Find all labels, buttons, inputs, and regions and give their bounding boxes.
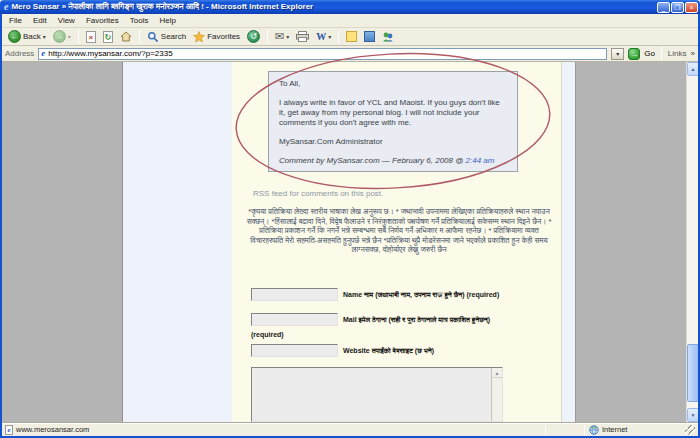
status-left-pane: e www.merosansar.com	[5, 425, 89, 435]
quote-meta: Comment by MySansar.com — February 6, 20…	[279, 156, 507, 166]
toolbar-separator	[139, 30, 140, 44]
back-button[interactable]: ← Back ▾	[6, 29, 48, 44]
address-label: Address	[5, 49, 34, 58]
scrollbar-thumb[interactable]	[687, 344, 698, 402]
edit-dropdown-caret-icon[interactable]: ▾	[328, 33, 331, 40]
favorites-label: Favorites	[207, 32, 240, 41]
toolbar-separator	[338, 30, 339, 44]
maximize-button[interactable]: ❐	[671, 2, 684, 13]
home-icon	[120, 31, 132, 42]
back-icon: ←	[8, 30, 21, 43]
messenger-icon	[382, 31, 394, 42]
history-icon: ↺	[247, 30, 260, 43]
website-label: Website तपाईंको वेबसाइट (छ भने)	[343, 346, 553, 355]
print-button[interactable]	[294, 30, 311, 43]
messenger-button[interactable]	[380, 30, 396, 43]
address-bar: Address e http://www.mysansar.com/?p=233…	[2, 46, 698, 62]
search-label: Search	[161, 32, 186, 41]
comment-quote-box: To All, I always write in favor of YCL a…	[268, 71, 518, 172]
mail-icon: ✉	[275, 30, 284, 43]
status-zone-pane: Internet	[589, 425, 679, 435]
media-button[interactable]	[362, 30, 377, 43]
media-icon	[364, 31, 375, 42]
comment-textarea[interactable]: ▲	[251, 367, 503, 422]
status-divider	[545, 425, 546, 435]
quote-time-link[interactable]: 2:44 am	[466, 156, 495, 165]
go-icon[interactable]: →	[628, 48, 640, 60]
menu-favorites[interactable]: Favorites	[86, 16, 119, 25]
edit-word-icon: W	[316, 31, 326, 42]
links-label[interactable]: Links	[668, 49, 687, 58]
quote-body: I always write in favor of YCL and Maois…	[279, 98, 507, 128]
minimize-button[interactable]: _	[657, 2, 670, 13]
status-url: www.merosansar.com	[16, 425, 89, 434]
comment-guidelines: *कृपया प्रतिक्रिया लेख्दा स्तरीय भाषाका …	[242, 207, 556, 255]
menu-file[interactable]: File	[9, 16, 22, 25]
search-button[interactable]: Search	[145, 30, 188, 44]
window-frame-left	[0, 14, 2, 438]
edit-button[interactable]: W ▾	[314, 30, 333, 43]
notes-icon	[346, 31, 357, 42]
page-left-column	[122, 62, 232, 422]
address-url: http://www.mysansar.com/?p=2335	[48, 49, 604, 58]
name-field[interactable]	[251, 288, 338, 301]
scroll-down-arrow-icon[interactable]: ▼	[687, 408, 698, 422]
page-right-strip	[561, 62, 576, 422]
rss-feed-link[interactable]: RSS feed for comments on this post.	[253, 189, 383, 198]
refresh-icon: ↻	[103, 31, 113, 43]
resize-grip[interactable]	[685, 425, 695, 435]
favorites-button[interactable]: Favorites	[191, 30, 242, 44]
page-viewport: To All, I always write in favor of YCL a…	[2, 62, 698, 422]
menu-bar: File Edit View Favorites Tools Help	[2, 14, 698, 28]
toolbar: ← Back ▾ → ▾ × ↻ Search	[2, 28, 698, 46]
toolbar-separator	[78, 30, 79, 44]
page-icon: e	[5, 425, 13, 435]
quote-signature: MySansar.Com Administrator	[279, 137, 507, 147]
status-bar: e www.merosansar.com Internet	[2, 422, 698, 436]
forward-icon: →	[53, 30, 66, 43]
home-button[interactable]	[118, 30, 134, 43]
mail-label: Mail इमेल ठेगाना (सही र पुरा ठेगानाले मा…	[343, 315, 553, 324]
browser-window: e Mero Sansar » नेपालीका लागि ब्लगिङ्ग ख…	[0, 0, 700, 438]
close-button[interactable]: ×	[685, 2, 698, 13]
links-chevron-icon[interactable]: »	[691, 49, 695, 58]
window-title: Mero Sansar » नेपालीका लागि ब्लगिङ्ग खुर…	[11, 2, 656, 12]
stop-icon: ×	[86, 31, 96, 43]
textarea-scrollbar[interactable]: ▲	[491, 368, 502, 421]
page-favicon-icon: e	[41, 49, 45, 58]
title-bar: e Mero Sansar » नेपालीका लागि ब्लगिङ्ग ख…	[0, 0, 700, 14]
textarea-scroll-up-icon[interactable]: ▲	[492, 368, 502, 378]
menu-help[interactable]: Help	[159, 16, 175, 25]
mail-button[interactable]: ✉ ▾	[273, 29, 291, 44]
mail-dropdown-caret-icon[interactable]: ▾	[286, 33, 289, 40]
menu-view[interactable]: View	[58, 16, 75, 25]
forward-dropdown-caret-icon: ▾	[68, 33, 71, 40]
mail-field[interactable]	[251, 313, 338, 326]
globe-icon	[589, 425, 599, 435]
ie-logo-icon: e	[4, 2, 8, 12]
favorites-star-icon	[193, 31, 205, 43]
status-zone-label: Internet	[602, 425, 627, 434]
forward-button[interactable]: → ▾	[51, 29, 73, 44]
search-icon	[147, 31, 159, 43]
website-field[interactable]	[251, 344, 338, 357]
stop-button[interactable]: ×	[84, 30, 98, 44]
menu-edit[interactable]: Edit	[33, 16, 47, 25]
mail-required-label: (required)	[251, 330, 461, 339]
refresh-button[interactable]: ↻	[101, 30, 115, 44]
quote-salutation: To All,	[279, 79, 507, 89]
address-input[interactable]: e http://www.mysansar.com/?p=2335	[38, 48, 607, 60]
address-dropdown-button[interactable]: ▾	[611, 48, 624, 60]
history-button[interactable]: ↺	[245, 29, 262, 44]
menu-tools[interactable]: Tools	[130, 16, 149, 25]
addressbar-separator	[661, 47, 662, 61]
back-dropdown-caret-icon[interactable]: ▾	[43, 33, 46, 40]
toolbar-separator	[267, 30, 268, 44]
name-label: Name नाम (जथाभावी नाम, उपनाम राख्न हुने …	[343, 290, 553, 299]
go-label[interactable]: Go	[644, 49, 655, 58]
vertical-scrollbar[interactable]: ▲ ▼	[686, 62, 698, 422]
back-label: Back	[23, 32, 41, 41]
print-icon	[296, 31, 309, 42]
scroll-up-arrow-icon[interactable]: ▲	[687, 62, 698, 76]
discuss-button[interactable]	[344, 30, 359, 43]
